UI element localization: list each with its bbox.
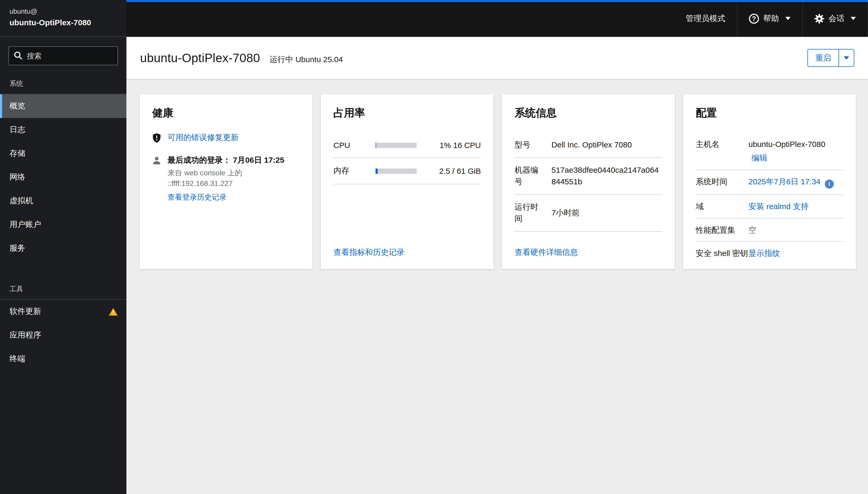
sidebar-host-header: ubuntu@ ubuntu-OptiPlex-7080 (0, 0, 127, 37)
system-info-card-title: 系统信息 (514, 106, 662, 120)
session-menu-button[interactable]: 会话 (803, 0, 867, 37)
page-header: ubuntu-OptiPlex-7080 运行中 Ubuntu 25.04 重启 (127, 37, 868, 79)
hardware-details-link[interactable]: 查看硬件详细信息 (514, 248, 578, 256)
machine-id-label: 机器编号 (514, 164, 543, 188)
warning-triangle-icon (109, 307, 118, 316)
health-card-title: 健康 (152, 106, 300, 120)
bugfix-updates-row: 可用的错误修复更新 (152, 133, 300, 143)
domain-row: 域 安装 realmd 支持 (696, 195, 843, 218)
sidebar-item-accounts[interactable]: 用户账户 (0, 213, 127, 236)
sidebar-item-virtual-machines[interactable]: 虚拟机 (0, 189, 127, 213)
uptime-value: 7小时前 (551, 207, 662, 219)
chevron-down-icon (851, 17, 856, 20)
cpu-label: CPU (334, 140, 376, 150)
hostname-label: ubuntu-OptiPlex-7080 (10, 17, 117, 29)
hostname-row: 主机名 ubuntu-OptiPlex-7080 编辑 (696, 133, 843, 170)
sidebar-item-storage[interactable]: 存储 (0, 142, 127, 165)
sidebar-nav: 系统 概览 日志 存储 网络 虚拟机 用户账户 服务 工具 软件更新 应用程序 … (0, 68, 127, 494)
sidebar-item-applications[interactable]: 应用程序 (0, 323, 127, 347)
question-circle-icon: ? (749, 14, 759, 23)
sidebar-item-software-updates[interactable]: 软件更新 (0, 300, 127, 323)
model-row: 型号 Dell Inc. OptiPlex 7080 (514, 133, 662, 158)
restart-button[interactable]: 重启 (807, 49, 838, 67)
shield-exclamation-icon (152, 133, 161, 143)
nav-section-tools-label: 工具 (0, 278, 127, 300)
performance-profile-value: 空 (749, 224, 843, 236)
edit-hostname-link[interactable]: 编辑 (752, 152, 768, 164)
restart-split-button: 重启 (807, 49, 854, 67)
system-time-link[interactable]: 2025年7月6日 17:34 (749, 177, 820, 186)
chevron-down-icon (844, 56, 849, 59)
system-info-card: 系统信息 型号 Dell Inc. OptiPlex 7080 机器编号 517… (502, 94, 675, 269)
machine-id-value: 517ae38dfee0440ca2147a064844551b (551, 164, 662, 188)
configuration-card: 配置 主机名 ubuntu-OptiPlex-7080 编辑 系统时间 2025… (683, 94, 856, 269)
performance-profile-label: 性能配置集 (696, 224, 749, 236)
ssh-keys-label: 安全 shell 密钥 (696, 248, 749, 259)
chevron-down-icon (785, 17, 791, 20)
usage-card-title: 占用率 (334, 106, 481, 120)
nav-section-system: 系统 概览 日志 存储 网络 虚拟机 用户账户 服务 (0, 73, 127, 260)
user-icon (152, 156, 161, 165)
login-history-link[interactable]: 查看登录历史记录 (168, 192, 226, 201)
system-time-value: 2025年7月6日 17:34i (749, 176, 843, 189)
system-time-row: 系统时间 2025年7月6日 17:34i (696, 170, 843, 195)
sidebar-item-network[interactable]: 网络 (0, 165, 127, 189)
cpu-progress-bar (376, 142, 417, 148)
memory-label: 内存 (334, 166, 376, 176)
sidebar-search (8, 46, 118, 65)
uptime-label: 运行时间 (514, 201, 543, 225)
system-state: 运行中 Ubuntu 25.04 (270, 51, 343, 64)
search-icon (14, 51, 23, 60)
sidebar: ubuntu@ ubuntu-OptiPlex-7080 系统 概览 日志 存储… (0, 0, 127, 494)
bugfix-updates-link[interactable]: 可用的错误修复更新 (168, 133, 239, 143)
last-login-row: 最后成功的登录： 7月06日 17:25 (152, 155, 300, 165)
cpu-value: 1% 16 CPU (424, 140, 481, 150)
hostname-row-label: 主机名 (696, 138, 749, 150)
memory-usage-row: 内存 2.5 / 61 GiB (334, 158, 481, 184)
domain-label: 域 (696, 201, 749, 212)
system-time-label: 系统时间 (696, 176, 749, 187)
model-label: 型号 (514, 139, 543, 151)
search-input[interactable] (8, 46, 118, 65)
model-value: Dell Inc. OptiPlex 7080 (551, 139, 662, 151)
info-circle-icon[interactable]: i (825, 179, 834, 189)
login-origin-line2: ::ffff:192.168.31.227 (168, 178, 300, 189)
sidebar-item-overview[interactable]: 概览 (0, 94, 127, 118)
hostname-row-value: ubuntu-OptiPlex-7080 编辑 (749, 138, 843, 164)
uptime-row: 运行时间 7小时前 (514, 195, 662, 231)
page-title: ubuntu-OptiPlex-7080 (140, 51, 260, 65)
configuration-card-title: 配置 (696, 106, 843, 120)
masthead: 管理员模式 ? 帮助 会话 (127, 0, 868, 37)
machine-id-row: 机器编号 517ae38dfee0440ca2147a064844551b (514, 158, 662, 195)
cpu-usage-row: CPU 1% 16 CPU (334, 133, 481, 158)
last-login-text: 最后成功的登录： 7月06日 17:25 (168, 155, 284, 165)
cockpit-overview-page: ubuntu@ ubuntu-OptiPlex-7080 系统 概览 日志 存储… (0, 0, 868, 494)
usage-card: 占用率 CPU 1% 16 CPU 内存 2.5 / 61 GiB 查看指标和历… (321, 94, 493, 269)
logged-in-user: ubuntu@ (10, 7, 117, 17)
gear-icon (814, 14, 824, 23)
performance-profile-row: 性能配置集 空 (696, 218, 843, 242)
install-realmd-link[interactable]: 安装 realmd 支持 (749, 202, 809, 211)
help-menu-button[interactable]: ? 帮助 (737, 0, 802, 37)
login-origin-line1: 来自 web console 上的 (168, 168, 300, 178)
sidebar-item-terminal[interactable]: 终端 (0, 347, 127, 371)
overview-content: 健康 可用的错误修复更新 最后成功的登录： 7月06日 17:25 来自 web… (127, 79, 868, 494)
show-fingerprints-link[interactable]: 显示指纹 (749, 249, 780, 258)
admin-mode-button[interactable]: 管理员模式 (674, 0, 737, 37)
restart-dropdown-toggle[interactable] (838, 49, 854, 67)
memory-progress-bar (376, 168, 417, 173)
nav-section-system-label: 系统 (0, 73, 127, 94)
sidebar-item-services[interactable]: 服务 (0, 236, 127, 260)
ssh-keys-row: 安全 shell 密钥 显示指纹 (696, 242, 843, 265)
memory-value: 2.5 / 61 GiB (424, 167, 481, 175)
metrics-history-link[interactable]: 查看指标和历史记录 (334, 248, 404, 256)
sidebar-item-logs[interactable]: 日志 (0, 118, 127, 142)
nav-section-tools: 工具 软件更新 应用程序 终端 (0, 278, 127, 371)
health-card: 健康 可用的错误修复更新 最后成功的登录： 7月06日 17:25 来自 web… (139, 94, 312, 269)
